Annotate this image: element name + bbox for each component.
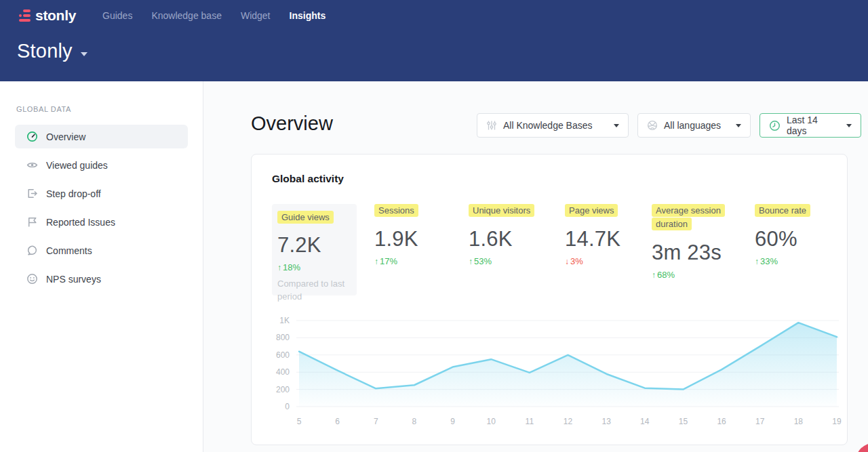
metric-label: Guide views <box>277 211 334 224</box>
language-filter[interactable]: All languages <box>637 113 751 138</box>
chevron-down-icon <box>846 124 852 127</box>
sidebar-item-viewed-guides[interactable]: Viewed guides <box>15 153 188 177</box>
metric-delta: ↑33% <box>755 256 833 266</box>
metric-sessions[interactable]: Sessions 1.9K ↑17% <box>374 204 464 266</box>
metric-label: Page views <box>565 204 618 217</box>
svg-text:15: 15 <box>679 417 688 426</box>
globe-icon <box>647 120 658 131</box>
app-header: stonly Guides Knowledge base Widget Insi… <box>0 0 868 81</box>
sidebar-item-reported-issues[interactable]: Reported Issues <box>15 210 188 234</box>
metric-note: Compared to last period <box>277 278 351 304</box>
page-title: Overview <box>251 112 333 135</box>
main-content: Overview All Knowledge Bases All languag… <box>203 81 868 452</box>
filter-bar: All Knowledge Bases All languages Last 1… <box>477 113 861 138</box>
chevron-down-icon <box>81 52 87 56</box>
svg-text:8: 8 <box>412 417 417 426</box>
metric-label: Unique visitors <box>469 204 534 217</box>
sidebar-item-label: Reported Issues <box>46 217 115 228</box>
metric-value: 3m 23s <box>652 241 726 265</box>
metric-value: 1.6K <box>469 227 560 251</box>
svg-text:17: 17 <box>755 417 765 426</box>
workspace-selector[interactable]: Stonly <box>17 40 868 62</box>
flag-icon <box>26 216 38 228</box>
nav-insights[interactable]: Insights <box>280 6 336 25</box>
sidebar-item-label: NPS surveys <box>46 274 101 285</box>
comment-icon <box>26 245 38 256</box>
svg-text:6: 6 <box>335 417 340 426</box>
metric-unique-visitors[interactable]: Unique visitors 1.6K ↑53% <box>469 204 560 266</box>
svg-text:600: 600 <box>276 350 290 360</box>
svg-text:800: 800 <box>276 333 290 342</box>
chevron-down-icon <box>614 124 619 127</box>
svg-text:11: 11 <box>526 417 534 426</box>
sidebar-section-title: GLOBAL DATA <box>16 105 186 113</box>
language-filter-value: All languages <box>664 120 721 131</box>
knowledge-base-filter-value: All Knowledge Bases <box>503 120 593 131</box>
step-dropoff-icon <box>26 188 38 199</box>
svg-text:16: 16 <box>717 417 726 426</box>
svg-text:10: 10 <box>487 417 496 426</box>
sidebar-item-overview[interactable]: Overview <box>15 125 188 148</box>
sidebar-item-label: Viewed guides <box>46 160 108 171</box>
svg-text:200: 200 <box>276 385 290 394</box>
svg-text:0: 0 <box>285 402 290 411</box>
svg-text:14: 14 <box>640 417 650 426</box>
sidebar-item-nps-surveys[interactable]: NPS surveys <box>15 267 188 291</box>
date-range-filter-value: Last 14 days <box>787 115 840 136</box>
metric-avg-session-duration[interactable]: Average session duration 3m 23s ↑68% <box>652 204 726 280</box>
sidebar-item-label: Comments <box>46 245 92 256</box>
main-nav: Guides Knowledge base Widget Insights <box>93 6 335 25</box>
svg-text:1K: 1K <box>279 316 290 325</box>
svg-text:13: 13 <box>601 417 611 426</box>
sidebar: GLOBAL DATA Overview Viewed guides Step … <box>0 81 203 452</box>
svg-text:18: 18 <box>794 417 804 426</box>
metric-bounce-rate[interactable]: Bounce rate 60% ↑33% <box>755 204 833 266</box>
sidebar-item-label: Overview <box>46 131 85 142</box>
svg-text:12: 12 <box>564 417 573 426</box>
gauge-icon <box>26 131 38 142</box>
metric-label: Sessions <box>374 204 418 217</box>
smiley-icon <box>26 273 38 285</box>
svg-text:5: 5 <box>297 417 302 426</box>
nav-guides[interactable]: Guides <box>93 6 142 25</box>
metric-delta: ↑17% <box>374 256 464 266</box>
svg-text:400: 400 <box>276 367 290 377</box>
metric-value: 14.7K <box>565 227 647 251</box>
metric-delta: ↑68% <box>652 270 726 280</box>
eye-icon <box>26 159 38 171</box>
metric-label: Average session duration <box>652 204 725 230</box>
sidebar-item-label: Step drop-off <box>46 188 101 199</box>
date-range-filter[interactable]: Last 14 days <box>760 113 861 138</box>
svg-text:9: 9 <box>450 417 455 426</box>
chevron-down-icon <box>736 124 741 127</box>
card-title: Global activity <box>272 173 344 185</box>
nav-widget[interactable]: Widget <box>231 6 280 25</box>
stonly-logo[interactable]: stonly <box>17 7 76 24</box>
svg-text:7: 7 <box>374 417 378 426</box>
metric-delta: ↑53% <box>469 256 560 266</box>
nav-knowledge-base[interactable]: Knowledge base <box>142 6 231 25</box>
logo-text: stonly <box>35 7 76 24</box>
workspace-title: Stonly <box>17 40 73 62</box>
sidebar-item-comments[interactable]: Comments <box>15 239 188 262</box>
sliders-icon <box>486 120 497 131</box>
global-activity-card: Global activity Guide views 7.2K ↑18% Co… <box>251 154 848 445</box>
metric-delta: ↑18% <box>277 262 351 272</box>
metric-page-views[interactable]: Page views 14.7K ↓3% <box>565 204 647 266</box>
stonly-logo-icon <box>17 9 31 22</box>
knowledge-base-filter[interactable]: All Knowledge Bases <box>477 113 629 138</box>
metric-delta: ↓3% <box>565 256 647 266</box>
metric-guide-views[interactable]: Guide views 7.2K ↑18% Compared to last p… <box>272 204 357 295</box>
metric-label: Bounce rate <box>755 204 810 217</box>
clock-icon <box>769 120 781 131</box>
sidebar-item-step-drop-off[interactable]: Step drop-off <box>15 182 188 205</box>
metric-value: 60% <box>755 227 833 251</box>
metric-value: 7.2K <box>277 233 351 258</box>
svg-text:19: 19 <box>832 417 842 426</box>
activity-chart[interactable]: 02004006008001K5678910111213141516171819 <box>265 309 843 434</box>
metric-value: 1.9K <box>374 227 464 251</box>
top-navigation: stonly Guides Knowledge base Widget Insi… <box>0 0 868 25</box>
